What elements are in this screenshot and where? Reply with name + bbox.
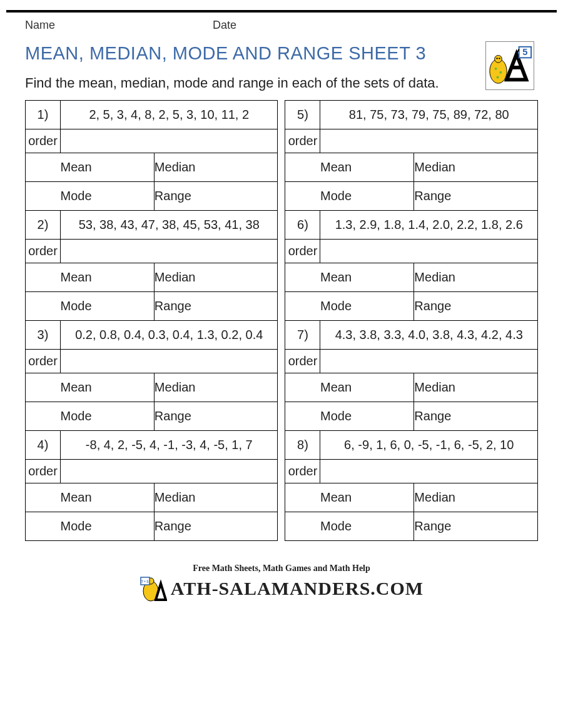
svg-point-6 xyxy=(496,58,497,59)
range-label: Range xyxy=(414,519,451,533)
problem-number: 4) xyxy=(38,438,49,452)
problem-number: 2) xyxy=(38,218,49,231)
worksheet-title: MEAN, MEDIAN, MODE AND RANGE SHEET 3 xyxy=(0,32,563,64)
range-label: Range xyxy=(155,409,191,423)
median-label: Median xyxy=(414,270,455,284)
mode-label: Mode xyxy=(320,299,352,313)
median-label: Median xyxy=(155,160,196,174)
mean-label: Mean xyxy=(320,270,352,284)
problem-data: 53, 38, 43, 47, 38, 45, 53, 41, 38 xyxy=(79,218,260,231)
mode-label: Mode xyxy=(61,189,92,203)
problem-data: 6, -9, 1, 6, 0, -5, -1, 6, -5, 2, 10 xyxy=(344,438,514,452)
problem-number: 6) xyxy=(297,218,308,231)
range-label: Range xyxy=(155,299,191,313)
footer-brand: 7+5 ATH-SALAMANDERS.COM xyxy=(139,575,424,602)
problem-number: 7) xyxy=(297,328,308,341)
mean-label: Mean xyxy=(61,160,92,174)
brand-logo: 5 xyxy=(485,41,534,90)
mode-label: Mode xyxy=(61,299,92,313)
mode-label: Mode xyxy=(61,409,92,423)
range-label: Range xyxy=(414,409,451,423)
median-label: Median xyxy=(414,490,455,504)
order-label: order xyxy=(288,134,318,148)
worksheet-table: 1)2, 5, 3, 4, 8, 2, 5, 3, 10, 11, 25)81,… xyxy=(25,100,538,541)
svg-point-2 xyxy=(495,68,497,70)
mode-label: Mode xyxy=(320,189,352,203)
mean-label: Mean xyxy=(61,490,92,504)
problem-number: 5) xyxy=(297,108,308,121)
problem-data: 81, 75, 73, 79, 75, 89, 72, 80 xyxy=(349,108,509,121)
median-label: Median xyxy=(155,270,196,284)
range-label: Range xyxy=(155,519,191,533)
problem-number: 1) xyxy=(38,108,49,121)
svg-point-5 xyxy=(495,55,502,63)
mean-label: Mean xyxy=(320,380,352,394)
mean-label: Mean xyxy=(320,160,352,174)
problem-data: 0.2, 0.8, 0.4, 0.3, 0.4, 1.3, 0.2, 0.4 xyxy=(75,328,263,341)
mode-label: Mode xyxy=(320,409,352,423)
svg-point-4 xyxy=(497,76,499,79)
range-label: Range xyxy=(155,189,191,203)
order-label: order xyxy=(28,244,58,258)
mean-label: Mean xyxy=(61,270,92,284)
order-label: order xyxy=(288,244,318,258)
problem-data: -8, 4, 2, -5, 4, -1, -3, 4, -5, 1, 7 xyxy=(86,438,253,452)
mean-label: Mean xyxy=(61,380,92,394)
problem-number: 3) xyxy=(38,328,49,341)
order-label: order xyxy=(288,354,318,368)
problem-number: 8) xyxy=(297,438,308,452)
svg-text:5: 5 xyxy=(522,47,527,57)
range-label: Range xyxy=(414,189,451,203)
instructions-text: Find the mean, median, mode and range in… xyxy=(0,64,563,100)
date-label: Date xyxy=(213,19,538,32)
mode-label: Mode xyxy=(320,519,352,533)
svg-point-7 xyxy=(499,58,500,59)
median-label: Median xyxy=(414,160,455,174)
median-label: Median xyxy=(414,380,455,394)
range-label: Range xyxy=(414,299,451,313)
order-label: order xyxy=(28,464,58,478)
mode-label: Mode xyxy=(61,519,92,533)
svg-point-3 xyxy=(499,71,502,74)
svg-text:7+5: 7+5 xyxy=(141,580,149,584)
order-label: order xyxy=(28,134,58,148)
problem-data: 2, 5, 3, 4, 8, 2, 5, 3, 10, 11, 2 xyxy=(89,108,249,121)
problem-data: 1.3, 2.9, 1.8, 1.4, 2.0, 2.2, 1.8, 2.6 xyxy=(335,218,523,231)
mean-label: Mean xyxy=(320,490,352,504)
order-label: order xyxy=(28,354,58,368)
footer-tagline: Free Math Sheets, Math Games and Math He… xyxy=(0,564,563,574)
median-label: Median xyxy=(155,380,196,394)
problem-data: 4.3, 3.8, 3.3, 4.0, 3.8, 4.3, 4.2, 4.3 xyxy=(335,328,523,341)
name-label: Name xyxy=(25,19,213,32)
order-label: order xyxy=(288,464,318,478)
median-label: Median xyxy=(155,490,196,504)
